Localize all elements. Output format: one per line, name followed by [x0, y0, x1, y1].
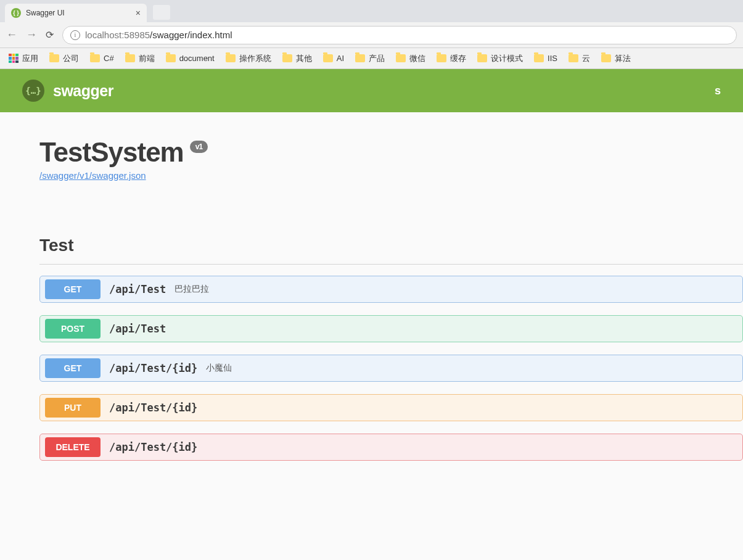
operation-row[interactable]: GET/api/Test/{id}小魔仙	[39, 355, 743, 382]
operation-path: /api/Test	[109, 323, 166, 335]
url-path: /swagger/index.html	[150, 30, 232, 40]
browser-toolbar: ← → ⟳ i localhost:58985/swagger/index.ht…	[0, 22, 743, 48]
swagger-favicon-icon: { }	[11, 8, 21, 18]
bookmark-item[interactable]: C#	[90, 54, 114, 63]
operation-row[interactable]: PUT/api/Test/{id}	[39, 394, 743, 421]
bookmark-label: 操作系统	[239, 53, 271, 64]
folder-icon	[534, 54, 544, 62]
folder-icon	[323, 54, 333, 62]
swagger-header: {…} swagger s	[0, 69, 743, 112]
tag-section: Test GET/api/Test巴拉巴拉POST/api/TestGET/ap…	[39, 236, 743, 461]
method-badge: PUT	[45, 398, 101, 418]
bookmark-item[interactable]: 设计模式	[477, 53, 523, 64]
folder-icon	[90, 54, 100, 62]
folder-icon	[166, 54, 176, 62]
swagger-logo[interactable]: {…} swagger	[22, 80, 113, 102]
apps-label: 应用	[22, 53, 38, 64]
operation-path: /api/Test/{id}	[109, 401, 197, 414]
bookmark-item[interactable]: document	[166, 54, 215, 63]
version-badge: v1	[190, 141, 208, 153]
bookmark-label: document	[179, 54, 215, 63]
forward-icon[interactable]: →	[26, 28, 37, 41]
bookmark-label: 其他	[296, 53, 312, 64]
reload-icon[interactable]: ⟳	[46, 29, 54, 41]
url-host: localhost:58985	[85, 30, 150, 40]
url-bar[interactable]: i localhost:58985/swagger/index.html	[62, 26, 737, 44]
new-tab-button[interactable]	[153, 5, 170, 20]
swagger-logo-icon: {…}	[22, 80, 44, 102]
api-title: TestSystem v1	[39, 137, 743, 168]
bookmark-item[interactable]: 其他	[282, 53, 312, 64]
method-badge: DELETE	[45, 437, 101, 457]
bookmark-item[interactable]: 云	[569, 53, 590, 64]
method-badge: GET	[45, 279, 101, 299]
bookmark-item[interactable]: 产品	[355, 53, 385, 64]
operation-path: /api/Test/{id}	[109, 362, 197, 374]
folder-icon	[601, 54, 611, 62]
folder-icon	[125, 54, 135, 62]
operation-row[interactable]: DELETE/api/Test/{id}	[39, 434, 743, 461]
swagger-content: TestSystem v1 /swagger/v1/swagger.json T…	[0, 112, 743, 560]
folder-icon	[355, 54, 365, 62]
back-icon[interactable]: ←	[6, 28, 17, 41]
bookmark-label: AI	[337, 54, 344, 63]
bookmark-label: IIS	[548, 54, 557, 63]
bookmark-label: 缓存	[450, 53, 466, 64]
method-badge: POST	[45, 319, 101, 339]
method-badge: GET	[45, 358, 101, 378]
folder-icon	[477, 54, 487, 62]
tag-title[interactable]: Test	[39, 236, 743, 265]
operation-path: /api/Test	[109, 283, 166, 295]
bookmark-label: 前端	[139, 53, 155, 64]
bookmark-label: 公司	[63, 53, 79, 64]
bookmark-item[interactable]: 微信	[396, 53, 425, 64]
browser-tab[interactable]: { } Swagger UI ×	[5, 4, 147, 22]
header-right-text: s	[715, 84, 721, 97]
bookmark-item[interactable]: 前端	[125, 53, 155, 64]
folder-icon	[437, 54, 446, 62]
browser-tab-strip: { } Swagger UI ×	[0, 0, 743, 22]
apps-button[interactable]: 应用	[9, 53, 38, 64]
apps-icon	[9, 54, 18, 64]
api-title-text: TestSystem	[39, 137, 184, 168]
folder-icon	[569, 54, 578, 62]
bookmark-item[interactable]: AI	[323, 54, 344, 63]
bookmark-label: C#	[104, 54, 114, 63]
bookmark-item[interactable]: IIS	[534, 54, 557, 63]
folder-icon	[282, 54, 292, 62]
operation-description: 小魔仙	[206, 363, 232, 374]
openapi-json-link[interactable]: /swagger/v1/swagger.json	[39, 170, 146, 181]
bookmark-label: 产品	[369, 53, 385, 64]
bookmark-item[interactable]: 缓存	[437, 53, 466, 64]
operation-row[interactable]: GET/api/Test巴拉巴拉	[39, 276, 743, 303]
folder-icon	[396, 54, 406, 62]
bookmark-label: 设计模式	[491, 53, 523, 64]
operation-list: GET/api/Test巴拉巴拉POST/api/TestGET/api/Tes…	[39, 276, 743, 461]
tab-title: Swagger UI	[26, 9, 65, 17]
bookmark-item[interactable]: 公司	[49, 53, 79, 64]
operation-row[interactable]: POST/api/Test	[39, 315, 743, 342]
bookmarks-bar: 应用 公司C#前端document操作系统其他AI产品微信缓存设计模式IIS云算…	[0, 48, 743, 69]
operation-description: 巴拉巴拉	[174, 284, 209, 295]
folder-icon	[49, 54, 59, 62]
bookmark-label: 算法	[615, 53, 631, 64]
bookmark-label: 微信	[409, 53, 425, 64]
bookmark-label: 云	[582, 53, 590, 64]
bookmark-item[interactable]: 操作系统	[226, 53, 271, 64]
close-icon[interactable]: ×	[136, 8, 141, 18]
folder-icon	[226, 54, 236, 62]
info-icon[interactable]: i	[70, 30, 80, 40]
bookmark-item[interactable]: 算法	[601, 53, 631, 64]
operation-path: /api/Test/{id}	[109, 441, 197, 453]
swagger-logo-text: swagger	[53, 82, 113, 100]
